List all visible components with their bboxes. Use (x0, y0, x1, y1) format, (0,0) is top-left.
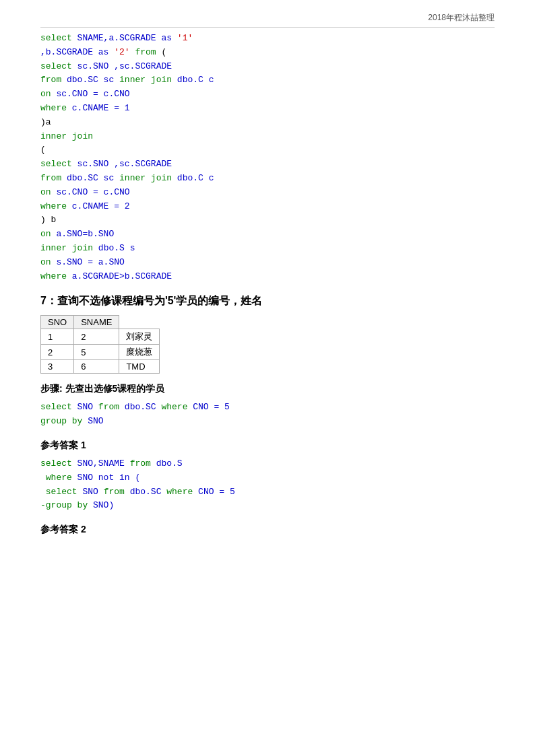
step-label: 步骤: 先查出选修5课程的学员 (40, 383, 495, 395)
answer2-label: 参考答案 2 (40, 524, 495, 536)
answer1-code: select SNO,SNAME from dbo.S where SNO no… (40, 457, 495, 513)
section7-title: 7：查询不选修课程编号为'5'学员的编号，姓名 (40, 294, 495, 308)
section6-code: select SNAME,a.SCGRADE as '1' ,b.SCGRADE… (40, 32, 495, 283)
page-header: 2018年程沐喆整理 (428, 12, 495, 24)
result-table: SNOSNAME12刘家灵25糜烧葱36TMD (40, 315, 160, 374)
top-divider (40, 27, 495, 28)
step-code: select SNO from dbo.SC where CNO = 5 gro… (40, 401, 495, 429)
answer1-label: 参考答案 1 (40, 440, 495, 452)
